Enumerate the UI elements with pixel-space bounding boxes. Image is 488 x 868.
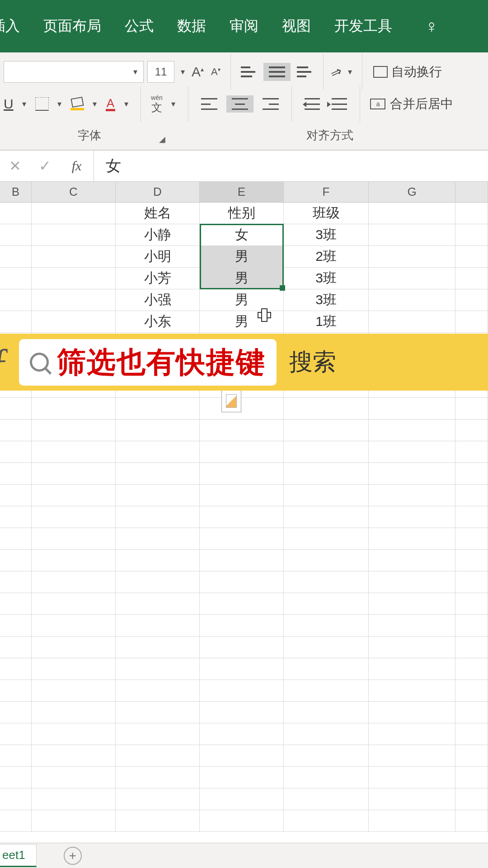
phonetic-guide-button[interactable]: wén 文 <box>151 94 163 113</box>
cell[interactable]: 男 <box>200 311 284 332</box>
decrease-indent-icon[interactable] <box>305 98 320 110</box>
table-row[interactable] <box>0 485 488 506</box>
cell[interactable]: 3班 <box>284 224 369 245</box>
cell[interactable] <box>284 485 369 506</box>
cell[interactable] <box>284 658 369 679</box>
cell[interactable] <box>200 398 284 419</box>
cell[interactable] <box>116 767 200 788</box>
cell[interactable] <box>0 246 32 267</box>
cell[interactable]: 3班 <box>284 289 369 311</box>
underline-button[interactable]: U <box>4 96 14 112</box>
col-header-F[interactable]: F <box>284 182 369 202</box>
cell[interactable]: 小东 <box>116 311 200 332</box>
table-row[interactable] <box>0 658 488 680</box>
cell[interactable] <box>32 506 116 528</box>
table-row[interactable] <box>0 702 488 723</box>
cell[interactable] <box>200 637 284 658</box>
cell[interactable] <box>116 637 200 658</box>
cell[interactable] <box>455 788 488 810</box>
table-row[interactable] <box>0 463 488 485</box>
cell[interactable] <box>369 441 455 462</box>
cell[interactable] <box>284 550 369 571</box>
col-header-D[interactable]: D <box>116 182 200 202</box>
cell[interactable] <box>369 702 455 723</box>
cell[interactable]: 3班 <box>284 268 369 289</box>
cell[interactable] <box>0 441 32 462</box>
borders-dropdown-icon[interactable]: ▾ <box>55 99 64 109</box>
cell[interactable] <box>116 528 200 549</box>
cell[interactable] <box>0 788 32 810</box>
increase-indent-icon[interactable] <box>332 98 347 110</box>
cell[interactable] <box>116 463 200 484</box>
cell[interactable] <box>0 637 32 658</box>
cell[interactable] <box>455 311 488 332</box>
cell[interactable] <box>455 441 488 462</box>
cell[interactable] <box>369 224 455 245</box>
cell[interactable] <box>200 767 284 788</box>
cell[interactable] <box>0 311 32 332</box>
cell[interactable]: 男 <box>200 246 284 267</box>
cell[interactable] <box>32 745 116 766</box>
cell[interactable] <box>32 615 116 636</box>
cell[interactable] <box>32 637 116 658</box>
font-color-icon[interactable]: A <box>106 97 115 111</box>
confirm-icon[interactable]: ✓ <box>30 151 60 181</box>
wrap-text-button[interactable]: 自动换行 <box>370 61 446 82</box>
cell[interactable] <box>455 420 488 441</box>
align-center-icon[interactable] <box>226 95 253 113</box>
cell[interactable] <box>455 658 488 679</box>
table-row[interactable] <box>0 420 488 441</box>
cell[interactable] <box>455 246 488 267</box>
table-row[interactable]: 小东男1班 <box>0 311 488 333</box>
table-row[interactable]: 小明男2班 <box>0 246 488 268</box>
cell[interactable] <box>200 463 284 484</box>
cell[interactable] <box>116 571 200 593</box>
table-row[interactable] <box>0 810 488 832</box>
cell[interactable] <box>455 203 488 224</box>
cell[interactable]: 女 <box>200 224 284 245</box>
align-top-icon[interactable] <box>241 66 257 78</box>
cell[interactable] <box>200 745 284 766</box>
cell[interactable] <box>116 441 200 462</box>
cell[interactable] <box>116 788 200 810</box>
cell[interactable] <box>369 463 455 484</box>
cell[interactable] <box>284 593 369 614</box>
cell[interactable] <box>0 203 32 224</box>
cell[interactable] <box>455 289 488 311</box>
font-color-dropdown-icon[interactable]: ▾ <box>122 99 131 109</box>
cell[interactable] <box>32 311 116 332</box>
cell[interactable] <box>32 788 116 810</box>
align-middle-icon[interactable] <box>263 63 291 81</box>
cell[interactable] <box>116 680 200 701</box>
cell[interactable] <box>0 723 32 745</box>
cell[interactable] <box>32 420 116 441</box>
table-row[interactable] <box>0 593 488 615</box>
cell[interactable] <box>0 398 32 419</box>
cell[interactable] <box>116 745 200 766</box>
cell[interactable] <box>455 637 488 658</box>
cell[interactable] <box>32 680 116 701</box>
table-row[interactable] <box>0 528 488 550</box>
phonetic-dropdown-icon[interactable]: ▾ <box>169 99 178 109</box>
cell[interactable] <box>0 224 32 245</box>
table-row[interactable]: 小芳男3班 <box>0 268 488 289</box>
table-row[interactable] <box>0 615 488 637</box>
tab-page-layout[interactable]: 页面布局 <box>43 16 101 36</box>
cell[interactable] <box>0 680 32 701</box>
cell[interactable] <box>200 420 284 441</box>
cell[interactable] <box>455 224 488 245</box>
orientation-dropdown-icon[interactable]: ▾ <box>346 67 355 77</box>
table-row[interactable] <box>0 550 488 571</box>
tab-view[interactable]: 视图 <box>282 16 311 36</box>
font-name-select[interactable]: ▾ <box>4 61 144 83</box>
cell[interactable] <box>369 528 455 549</box>
cell[interactable]: 小芳 <box>116 268 200 289</box>
tell-me-icon[interactable]: ♀ <box>425 16 438 37</box>
cell[interactable] <box>200 680 284 701</box>
cell[interactable] <box>369 680 455 701</box>
table-row[interactable] <box>0 571 488 593</box>
borders-icon[interactable] <box>35 97 49 111</box>
table-row[interactable]: 小强男3班 <box>0 289 488 311</box>
cell[interactable] <box>369 593 455 614</box>
cell[interactable] <box>284 441 369 462</box>
